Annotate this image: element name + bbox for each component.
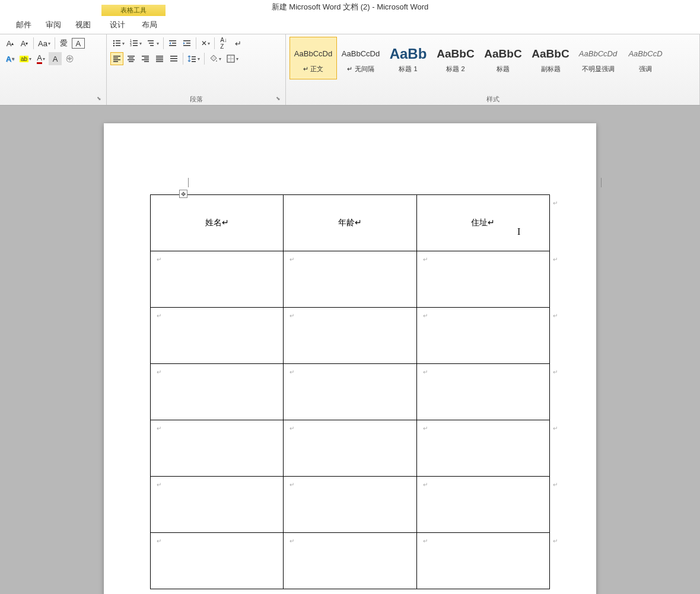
style-item-3[interactable]: AaBbC标题 2 — [432, 37, 479, 79]
enclose-char-button[interactable]: ㊥ — [63, 52, 76, 65]
decrease-indent-button[interactable] — [166, 37, 179, 50]
grow-font-button[interactable]: A▴ — [4, 37, 17, 50]
table-cell[interactable]: ↵↵ — [416, 420, 549, 477]
svg-rect-40 — [192, 56, 196, 58]
paragraph-mark: ↵ — [157, 312, 161, 319]
ribbon: A▴ A▾ Aa▾ 愛 A A▾ ab▾ A▾ A ㊥ ⬊ ▾ 123▾ — [0, 34, 700, 106]
table-cell[interactable]: ↵↵ — [416, 251, 549, 308]
style-name-label: 不明显强调 — [582, 65, 615, 74]
increase-indent-button[interactable] — [180, 37, 193, 50]
table-cell[interactable]: ↵ — [284, 420, 416, 477]
paragraph-mark: ↵ — [423, 425, 428, 432]
svg-rect-28 — [129, 61, 133, 62]
table-cell[interactable]: ↵ — [151, 420, 284, 477]
ruler-marker-left — [188, 178, 189, 187]
style-item-1[interactable]: AaBbCcDd↵ 无间隔 — [337, 37, 384, 79]
table-cell[interactable]: ↵↵ — [416, 308, 549, 364]
line-spacing-button[interactable]: ▾ — [186, 52, 202, 65]
table-header-cell[interactable]: 姓名↵ — [151, 195, 284, 251]
highlight-button[interactable]: ab▾ — [18, 52, 33, 65]
style-item-6[interactable]: AaBbCcDd不明显强调 — [574, 37, 622, 79]
svg-rect-22 — [113, 58, 118, 59]
text-effects-button[interactable]: A▾ — [4, 52, 17, 65]
svg-rect-42 — [192, 61, 196, 62]
tab-view[interactable]: 视图 — [68, 16, 98, 34]
justify-button[interactable] — [153, 52, 166, 65]
paragraph-group-label: 段落 — [110, 94, 282, 104]
document-table[interactable]: 姓名↵年龄↵住址↵↵↵↵↵↵↵↵↵↵↵↵↵↵↵↵↵↵↵↵↵↵↵↵↵↵ — [150, 194, 550, 589]
char-border-button[interactable]: A — [72, 38, 85, 49]
style-item-5[interactable]: AaBbC副标题 — [527, 37, 574, 79]
paragraph-mark: ↵ — [289, 256, 294, 263]
paragraph-mark: ↵ — [423, 481, 428, 488]
page[interactable]: 姓名↵年龄↵住址↵↵↵↵↵↵↵↵↵↵↵↵↵↵↵↵↵↵↵↵↵↵↵↵↵↵ — [104, 123, 596, 594]
table-header-cell[interactable]: 住址↵↵ — [416, 195, 549, 251]
style-item-0[interactable]: AaBbCcDd↵ 正文 — [289, 37, 337, 79]
svg-point-0 — [113, 40, 114, 41]
asian-layout-button[interactable]: ✕▾ — [199, 37, 212, 50]
table-cell[interactable]: ↵ — [284, 251, 416, 308]
style-item-2[interactable]: AaBb标题 1 — [384, 37, 432, 79]
shrink-font-button[interactable]: A▾ — [18, 37, 31, 50]
table-cell[interactable]: ↵ — [151, 477, 284, 533]
tab-review[interactable]: 审阅 — [39, 16, 68, 34]
table-cell[interactable]: ↵ — [284, 308, 416, 364]
phonetic-guide-button[interactable]: 愛 — [58, 37, 71, 50]
table-cell[interactable]: ↵ — [151, 533, 284, 589]
font-dialog-launcher-icon[interactable]: ⬊ — [97, 95, 104, 103]
align-center-button[interactable] — [125, 52, 138, 65]
show-marks-button[interactable]: ↵ — [231, 37, 244, 50]
table-cell[interactable]: ↵ — [151, 364, 284, 420]
table-cell[interactable]: ↵ — [284, 477, 416, 533]
table-cell[interactable]: ↵↵ — [416, 533, 549, 589]
change-case-button[interactable]: Aa▾ — [36, 37, 52, 50]
svg-rect-32 — [144, 61, 149, 62]
table-header-cell[interactable]: 年龄↵ — [284, 195, 416, 251]
shading-button[interactable]: ▾ — [207, 52, 223, 65]
svg-point-4 — [113, 45, 114, 46]
svg-rect-38 — [170, 58, 177, 59]
char-shading-button[interactable]: A — [49, 52, 62, 65]
svg-rect-35 — [156, 59, 163, 60]
svg-rect-17 — [169, 45, 176, 46]
align-right-button[interactable] — [139, 52, 152, 65]
style-name-label: 标题 1 — [399, 65, 417, 74]
tab-table-layout[interactable]: 布局 — [133, 16, 166, 34]
table-cell[interactable]: ↵ — [284, 533, 416, 589]
svg-rect-36 — [156, 61, 163, 62]
align-left-button[interactable] — [110, 52, 123, 65]
table-cell[interactable]: ↵ — [151, 251, 284, 308]
style-preview: AaBbCcDd — [579, 43, 617, 65]
tab-table-design[interactable]: 设计 — [101, 16, 133, 34]
svg-rect-29 — [142, 56, 149, 57]
multilevel-list-button[interactable]: ▾ — [145, 37, 161, 50]
table-cell[interactable]: ↵↵ — [416, 477, 549, 533]
borders-button[interactable]: ▾ — [224, 52, 240, 65]
context-tab-group: 表格工具 设计 布局 — [101, 5, 166, 34]
paragraph-mark: ↵ — [423, 256, 428, 263]
distribute-button[interactable] — [167, 52, 180, 65]
row-end-mark: ↵ — [553, 538, 558, 544]
style-preview: AaBb — [390, 43, 427, 65]
tab-mail[interactable]: 邮件 — [9, 16, 39, 34]
styles-gallery[interactable]: AaBbCcDd↵ 正文AaBbCcDd↵ 无间隔AaBb标题 1AaBbC标题… — [289, 37, 696, 82]
style-name-label: 标题 — [497, 65, 510, 74]
table-cell[interactable]: ↵ — [151, 308, 284, 364]
bullets-button[interactable]: ▾ — [110, 37, 126, 50]
paragraph-mark: ↵ — [157, 256, 161, 263]
table-cell[interactable]: ↵↵ — [416, 364, 549, 420]
table-cell[interactable]: ↵ — [284, 364, 416, 420]
style-item-4[interactable]: AaBbC标题 — [479, 37, 527, 79]
svg-rect-20 — [183, 45, 190, 46]
style-name-label: ↵ 无间隔 — [347, 65, 374, 74]
sort-button[interactable]: A↓Z — [217, 37, 230, 50]
svg-rect-25 — [128, 56, 135, 57]
svg-rect-33 — [156, 56, 163, 57]
ribbon-group-paragraph: ▾ 123▾ ▾ ✕▾ A↓Z ↵ ▾ ▾ — [107, 34, 286, 105]
style-item-7[interactable]: AaBbCcD强调 — [622, 37, 669, 79]
paragraph-dialog-launcher-icon[interactable]: ⬊ — [276, 95, 283, 103]
numbering-button[interactable]: 123▾ — [128, 37, 144, 50]
document-area[interactable]: 姓名↵年龄↵住址↵↵↵↵↵↵↵↵↵↵↵↵↵↵↵↵↵↵↵↵↵↵↵↵↵↵ — [0, 106, 700, 594]
svg-rect-24 — [113, 61, 118, 62]
font-color-button[interactable]: A▾ — [34, 52, 47, 65]
